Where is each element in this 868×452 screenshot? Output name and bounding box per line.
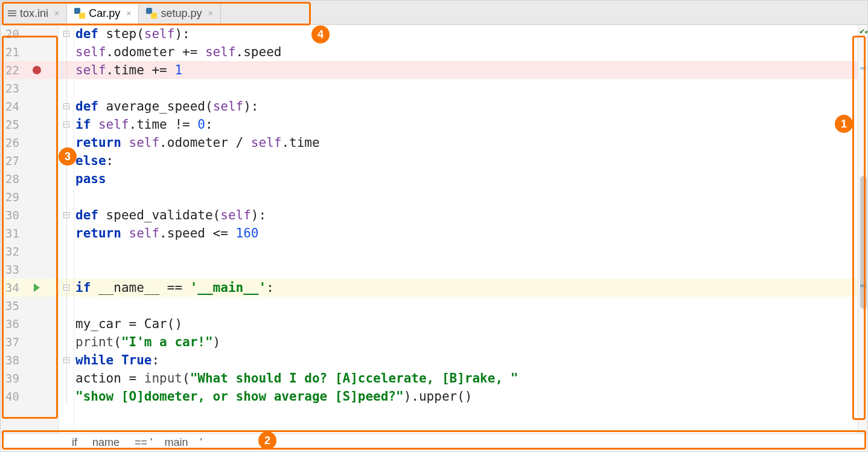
fold-cell[interactable] — [59, 369, 74, 387]
gutter[interactable]: 2021222324252627282930313233343536373839… — [1, 25, 59, 433]
line-number: 21 — [5, 45, 31, 59]
gutter-line[interactable]: 37 — [1, 333, 58, 351]
gutter-line[interactable]: 40 — [1, 387, 58, 405]
fold-cell[interactable]: − — [59, 25, 74, 43]
fold-cell[interactable] — [59, 188, 74, 206]
code-line[interactable]: self.time += 1 — [74, 61, 858, 79]
fold-cell[interactable]: − — [59, 351, 74, 369]
fold-cell[interactable] — [59, 387, 74, 405]
code-line[interactable]: my_car = Car() — [74, 315, 858, 333]
line-number: 31 — [5, 227, 31, 240]
gutter-line[interactable]: 24 — [1, 97, 58, 115]
gutter-line[interactable]: 22 — [1, 61, 58, 79]
fold-cell[interactable] — [59, 79, 74, 97]
line-number: 35 — [5, 299, 31, 312]
editor-tab[interactable]: tox.ini× — [1, 2, 67, 24]
code-line[interactable]: action = input("What should I do? [A]cce… — [74, 369, 858, 387]
code-line[interactable] — [74, 188, 858, 206]
breakpoint-icon[interactable] — [33, 66, 41, 74]
gutter-line[interactable]: 33 — [1, 260, 58, 279]
fold-cell[interactable] — [59, 170, 74, 188]
code-line[interactable]: def speed_validate(self): — [74, 206, 858, 224]
fold-cell[interactable] — [59, 43, 74, 61]
line-number: 20 — [5, 27, 31, 40]
code-line[interactable] — [74, 297, 858, 315]
line-number: 30 — [5, 208, 31, 222]
line-number: 34 — [5, 281, 31, 294]
code-line[interactable]: return self.odometer / self.time — [74, 134, 858, 152]
code-line[interactable]: def average_speed(self): — [74, 97, 858, 115]
code-line[interactable]: self.odometer += self.speed — [74, 43, 858, 61]
gutter-line[interactable]: 23 — [1, 79, 58, 97]
code-line[interactable]: def step(self): — [74, 25, 858, 43]
inspection-indicator-icon[interactable]: ✔✔ — [860, 26, 867, 36]
editor-tab[interactable]: Car.py× — [67, 2, 139, 25]
code-line[interactable] — [74, 242, 858, 260]
callout-1: 1 — [835, 115, 853, 133]
editor-area: 2021222324252627282930313233343536373839… — [1, 25, 867, 433]
editor-tab[interactable]: setup.py× — [139, 2, 220, 24]
error-stripe[interactable]: ✔✔ — [858, 25, 867, 433]
breadcrumb-item[interactable]: if __name__ == '__main__' — [72, 436, 202, 449]
gutter-line[interactable]: 30 — [1, 206, 58, 224]
marker[interactable] — [860, 67, 866, 69]
gutter-line[interactable]: 39 — [1, 369, 58, 387]
code-line[interactable]: print("I'm a car!") — [74, 333, 858, 351]
line-number: 32 — [5, 245, 31, 258]
editor-tabbar: tox.ini×Car.py×setup.py× — [1, 1, 867, 25]
line-number: 40 — [5, 390, 31, 403]
gutter-line[interactable]: 31 — [1, 224, 58, 242]
code-line[interactable]: pass — [74, 170, 858, 188]
fold-cell[interactable] — [59, 61, 74, 79]
gutter-line[interactable]: 32 — [1, 242, 58, 260]
fold-column[interactable]: −−−−−−− — [59, 25, 74, 433]
code-line[interactable]: return self.speed <= 160 — [74, 224, 858, 242]
tab-label: Car.py — [89, 7, 120, 20]
code-area[interactable]: def step(self): self.odometer += self.sp… — [74, 25, 858, 433]
breadcrumb-bar[interactable]: if __name__ == '__main__' — [1, 433, 867, 451]
fold-cell[interactable] — [59, 297, 74, 315]
line-number: 24 — [5, 100, 31, 113]
fold-cell[interactable] — [59, 315, 74, 333]
gutter-line[interactable]: 20 — [1, 25, 58, 43]
gutter-line[interactable]: 36 — [1, 315, 58, 333]
python-file-icon — [74, 8, 85, 19]
gutter-line[interactable]: 35 — [1, 297, 58, 315]
fold-cell[interactable] — [59, 260, 74, 279]
run-gutter-icon[interactable] — [34, 283, 40, 292]
close-icon[interactable]: × — [124, 8, 131, 18]
gutter-line[interactable]: 38 — [1, 351, 58, 369]
fold-cell[interactable]: − — [59, 279, 74, 297]
code-line[interactable]: else: — [74, 152, 858, 170]
gutter-line[interactable]: 21 — [1, 43, 58, 61]
fold-cell[interactable]: − — [59, 206, 74, 224]
code-line[interactable]: "show [O]dometer, or show average [S]pee… — [74, 387, 858, 405]
line-number: 27 — [5, 154, 31, 167]
gutter-line[interactable]: 34 — [1, 279, 58, 297]
fold-cell[interactable]: − — [59, 115, 74, 134]
gutter-line[interactable]: 27 — [1, 152, 58, 170]
line-number: 33 — [5, 263, 31, 276]
gutter-line[interactable]: 25 — [1, 115, 58, 134]
gutter-line[interactable]: 28 — [1, 170, 58, 188]
callout-2: 2 — [258, 431, 276, 450]
line-number: 36 — [5, 317, 31, 331]
code-line[interactable]: if self.time != 0: — [74, 115, 858, 134]
scrollbar-thumb[interactable] — [860, 176, 867, 309]
close-icon[interactable]: × — [205, 8, 212, 18]
line-number: 22 — [5, 63, 31, 77]
line-number: 28 — [5, 172, 31, 186]
code-line[interactable]: if __name__ == '__main__': — [74, 279, 858, 297]
code-line[interactable] — [74, 79, 858, 97]
fold-cell[interactable] — [59, 333, 74, 351]
fold-cell[interactable] — [59, 242, 74, 260]
close-icon[interactable]: × — [52, 8, 59, 18]
callout-4: 4 — [311, 25, 330, 44]
gutter-line[interactable]: 26 — [1, 134, 58, 152]
fold-cell[interactable]: − — [59, 97, 74, 115]
fold-cell[interactable] — [59, 224, 74, 242]
code-line[interactable]: while True: — [74, 351, 858, 369]
code-line[interactable] — [74, 260, 858, 279]
gutter-line[interactable]: 29 — [1, 188, 58, 206]
tab-label: setup.py — [161, 7, 202, 20]
